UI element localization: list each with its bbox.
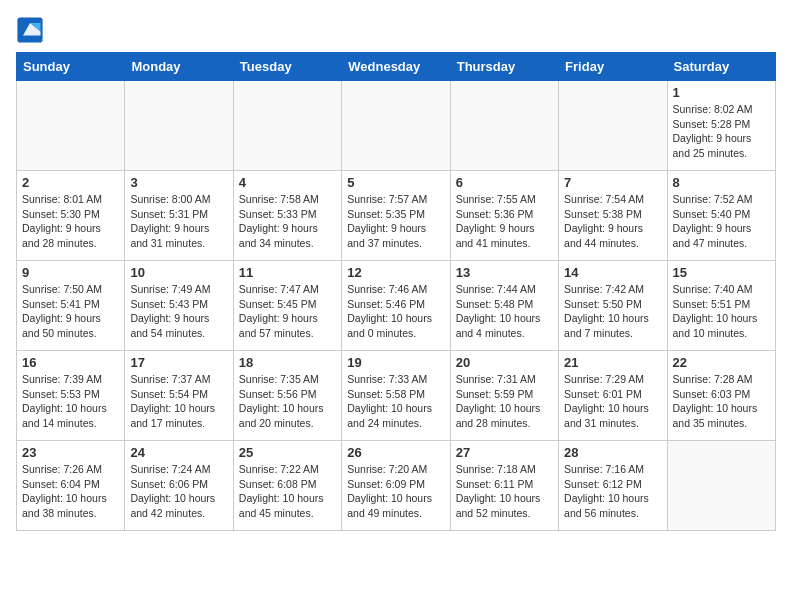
day-info: Sunrise: 7:44 AM Sunset: 5:48 PM Dayligh… <box>456 282 553 341</box>
calendar-cell: 4Sunrise: 7:58 AM Sunset: 5:33 PM Daylig… <box>233 171 341 261</box>
calendar-cell <box>342 81 450 171</box>
calendar-cell <box>125 81 233 171</box>
page-header <box>16 16 776 44</box>
calendar-cell: 2Sunrise: 8:01 AM Sunset: 5:30 PM Daylig… <box>17 171 125 261</box>
calendar-cell: 24Sunrise: 7:24 AM Sunset: 6:06 PM Dayli… <box>125 441 233 531</box>
logo <box>16 16 48 44</box>
day-number: 12 <box>347 265 444 280</box>
day-number: 7 <box>564 175 661 190</box>
day-info: Sunrise: 8:01 AM Sunset: 5:30 PM Dayligh… <box>22 192 119 251</box>
day-info: Sunrise: 7:18 AM Sunset: 6:11 PM Dayligh… <box>456 462 553 521</box>
calendar-week-1: 2Sunrise: 8:01 AM Sunset: 5:30 PM Daylig… <box>17 171 776 261</box>
header-wednesday: Wednesday <box>342 53 450 81</box>
day-number: 16 <box>22 355 119 370</box>
day-info: Sunrise: 7:28 AM Sunset: 6:03 PM Dayligh… <box>673 372 770 431</box>
day-number: 27 <box>456 445 553 460</box>
calendar-cell: 14Sunrise: 7:42 AM Sunset: 5:50 PM Dayli… <box>559 261 667 351</box>
day-info: Sunrise: 7:40 AM Sunset: 5:51 PM Dayligh… <box>673 282 770 341</box>
day-number: 19 <box>347 355 444 370</box>
day-info: Sunrise: 7:29 AM Sunset: 6:01 PM Dayligh… <box>564 372 661 431</box>
day-number: 2 <box>22 175 119 190</box>
day-number: 17 <box>130 355 227 370</box>
day-info: Sunrise: 7:26 AM Sunset: 6:04 PM Dayligh… <box>22 462 119 521</box>
header-friday: Friday <box>559 53 667 81</box>
day-info: Sunrise: 7:31 AM Sunset: 5:59 PM Dayligh… <box>456 372 553 431</box>
calendar-cell <box>233 81 341 171</box>
calendar-cell: 18Sunrise: 7:35 AM Sunset: 5:56 PM Dayli… <box>233 351 341 441</box>
calendar-week-4: 23Sunrise: 7:26 AM Sunset: 6:04 PM Dayli… <box>17 441 776 531</box>
calendar-cell: 7Sunrise: 7:54 AM Sunset: 5:38 PM Daylig… <box>559 171 667 261</box>
day-info: Sunrise: 7:49 AM Sunset: 5:43 PM Dayligh… <box>130 282 227 341</box>
day-number: 11 <box>239 265 336 280</box>
day-info: Sunrise: 7:47 AM Sunset: 5:45 PM Dayligh… <box>239 282 336 341</box>
day-number: 14 <box>564 265 661 280</box>
calendar-cell: 9Sunrise: 7:50 AM Sunset: 5:41 PM Daylig… <box>17 261 125 351</box>
calendar-week-2: 9Sunrise: 7:50 AM Sunset: 5:41 PM Daylig… <box>17 261 776 351</box>
calendar-cell: 3Sunrise: 8:00 AM Sunset: 5:31 PM Daylig… <box>125 171 233 261</box>
calendar-cell: 28Sunrise: 7:16 AM Sunset: 6:12 PM Dayli… <box>559 441 667 531</box>
calendar-cell: 21Sunrise: 7:29 AM Sunset: 6:01 PM Dayli… <box>559 351 667 441</box>
day-number: 15 <box>673 265 770 280</box>
calendar-cell: 19Sunrise: 7:33 AM Sunset: 5:58 PM Dayli… <box>342 351 450 441</box>
header-sunday: Sunday <box>17 53 125 81</box>
day-info: Sunrise: 7:24 AM Sunset: 6:06 PM Dayligh… <box>130 462 227 521</box>
day-info: Sunrise: 7:50 AM Sunset: 5:41 PM Dayligh… <box>22 282 119 341</box>
day-info: Sunrise: 7:58 AM Sunset: 5:33 PM Dayligh… <box>239 192 336 251</box>
calendar-table: SundayMondayTuesdayWednesdayThursdayFrid… <box>16 52 776 531</box>
day-number: 24 <box>130 445 227 460</box>
day-info: Sunrise: 8:02 AM Sunset: 5:28 PM Dayligh… <box>673 102 770 161</box>
calendar-cell: 5Sunrise: 7:57 AM Sunset: 5:35 PM Daylig… <box>342 171 450 261</box>
day-info: Sunrise: 7:35 AM Sunset: 5:56 PM Dayligh… <box>239 372 336 431</box>
day-number: 1 <box>673 85 770 100</box>
day-number: 18 <box>239 355 336 370</box>
day-info: Sunrise: 7:42 AM Sunset: 5:50 PM Dayligh… <box>564 282 661 341</box>
calendar-cell: 15Sunrise: 7:40 AM Sunset: 5:51 PM Dayli… <box>667 261 775 351</box>
day-info: Sunrise: 7:57 AM Sunset: 5:35 PM Dayligh… <box>347 192 444 251</box>
header-monday: Monday <box>125 53 233 81</box>
day-number: 21 <box>564 355 661 370</box>
calendar-cell: 13Sunrise: 7:44 AM Sunset: 5:48 PM Dayli… <box>450 261 558 351</box>
day-info: Sunrise: 7:54 AM Sunset: 5:38 PM Dayligh… <box>564 192 661 251</box>
header-saturday: Saturday <box>667 53 775 81</box>
calendar-cell: 25Sunrise: 7:22 AM Sunset: 6:08 PM Dayli… <box>233 441 341 531</box>
calendar-cell: 27Sunrise: 7:18 AM Sunset: 6:11 PM Dayli… <box>450 441 558 531</box>
calendar-cell <box>450 81 558 171</box>
calendar-cell: 22Sunrise: 7:28 AM Sunset: 6:03 PM Dayli… <box>667 351 775 441</box>
day-info: Sunrise: 7:16 AM Sunset: 6:12 PM Dayligh… <box>564 462 661 521</box>
day-info: Sunrise: 7:37 AM Sunset: 5:54 PM Dayligh… <box>130 372 227 431</box>
day-number: 6 <box>456 175 553 190</box>
calendar-cell: 17Sunrise: 7:37 AM Sunset: 5:54 PM Dayli… <box>125 351 233 441</box>
calendar-cell: 11Sunrise: 7:47 AM Sunset: 5:45 PM Dayli… <box>233 261 341 351</box>
day-info: Sunrise: 7:33 AM Sunset: 5:58 PM Dayligh… <box>347 372 444 431</box>
day-info: Sunrise: 7:20 AM Sunset: 6:09 PM Dayligh… <box>347 462 444 521</box>
day-info: Sunrise: 8:00 AM Sunset: 5:31 PM Dayligh… <box>130 192 227 251</box>
calendar-cell: 1Sunrise: 8:02 AM Sunset: 5:28 PM Daylig… <box>667 81 775 171</box>
calendar-week-0: 1Sunrise: 8:02 AM Sunset: 5:28 PM Daylig… <box>17 81 776 171</box>
calendar-cell <box>17 81 125 171</box>
calendar-cell: 20Sunrise: 7:31 AM Sunset: 5:59 PM Dayli… <box>450 351 558 441</box>
calendar-cell: 23Sunrise: 7:26 AM Sunset: 6:04 PM Dayli… <box>17 441 125 531</box>
day-info: Sunrise: 7:52 AM Sunset: 5:40 PM Dayligh… <box>673 192 770 251</box>
calendar-cell: 16Sunrise: 7:39 AM Sunset: 5:53 PM Dayli… <box>17 351 125 441</box>
day-number: 22 <box>673 355 770 370</box>
calendar-cell <box>667 441 775 531</box>
day-number: 23 <box>22 445 119 460</box>
header-thursday: Thursday <box>450 53 558 81</box>
calendar-header-row: SundayMondayTuesdayWednesdayThursdayFrid… <box>17 53 776 81</box>
day-number: 9 <box>22 265 119 280</box>
calendar-cell: 8Sunrise: 7:52 AM Sunset: 5:40 PM Daylig… <box>667 171 775 261</box>
day-number: 5 <box>347 175 444 190</box>
day-number: 28 <box>564 445 661 460</box>
day-number: 10 <box>130 265 227 280</box>
day-info: Sunrise: 7:46 AM Sunset: 5:46 PM Dayligh… <box>347 282 444 341</box>
day-info: Sunrise: 7:22 AM Sunset: 6:08 PM Dayligh… <box>239 462 336 521</box>
day-info: Sunrise: 7:55 AM Sunset: 5:36 PM Dayligh… <box>456 192 553 251</box>
day-number: 8 <box>673 175 770 190</box>
logo-icon <box>16 16 44 44</box>
calendar-cell: 6Sunrise: 7:55 AM Sunset: 5:36 PM Daylig… <box>450 171 558 261</box>
day-number: 13 <box>456 265 553 280</box>
calendar-cell: 12Sunrise: 7:46 AM Sunset: 5:46 PM Dayli… <box>342 261 450 351</box>
calendar-week-3: 16Sunrise: 7:39 AM Sunset: 5:53 PM Dayli… <box>17 351 776 441</box>
calendar-cell: 26Sunrise: 7:20 AM Sunset: 6:09 PM Dayli… <box>342 441 450 531</box>
day-number: 3 <box>130 175 227 190</box>
